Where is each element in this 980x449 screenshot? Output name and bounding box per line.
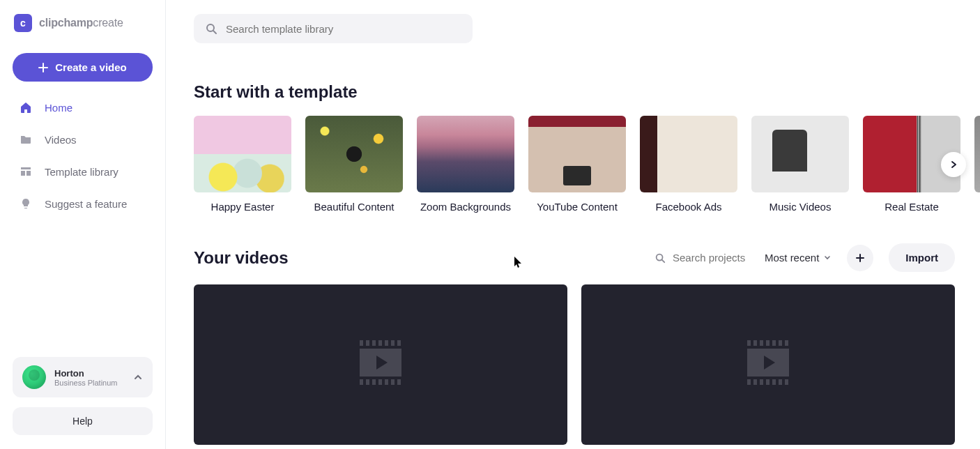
template-card[interactable]: Happy Easter [194,116,291,213]
chevron-up-icon [133,372,143,382]
sidebar-item-videos[interactable]: Videos [0,123,165,155]
chevron-down-icon [823,254,832,262]
help-button[interactable]: Help [13,407,153,435]
search-projects[interactable] [654,252,749,264]
sidebar-item-label: Suggest a feature [45,198,127,210]
sort-dropdown[interactable]: Most recent [765,252,832,264]
sidebar-nav: Home Videos Template library Suggest a f… [0,91,165,220]
sidebar-item-template-library[interactable]: Template library [0,155,165,188]
plus-icon [855,253,865,263]
template-card[interactable]: Facebook Ads [640,116,737,213]
template-label: Real Estate [885,201,939,213]
template-thumbnail [194,116,291,192]
plus-icon [38,63,48,73]
main-content: Start with a template Happy Easter Beaut… [166,0,980,449]
create-video-button[interactable]: Create a video [13,53,153,82]
search-icon [205,22,217,35]
sidebar: c clipchampcreate Create a video Home Vi… [0,0,166,449]
templates-title: Start with a template [194,82,980,102]
search-bar[interactable] [194,14,473,43]
template-label: Happy Easter [211,201,275,213]
template-thumbnail [528,116,626,192]
import-button[interactable]: Import [889,243,955,272]
template-thumbnail [640,116,737,192]
svg-rect-0 [21,167,31,169]
search-projects-input[interactable] [673,252,749,264]
video-placeholder-icon [360,340,401,389]
templates-icon [20,165,32,178]
template-thumbnail [974,116,980,192]
import-label: Import [905,252,938,264]
sort-label: Most recent [765,252,819,264]
search-icon [654,252,666,264]
logo-mark: c [14,14,32,32]
logo-text: clipchampcreate [39,17,123,29]
new-video-button[interactable] [847,245,873,271]
avatar [22,365,46,389]
template-card[interactable] [974,116,980,213]
home-icon [20,101,32,114]
folder-icon [20,133,32,146]
template-card[interactable]: YouTube Content [528,116,626,213]
template-label: Facebook Ads [655,201,721,213]
user-info: Horton Business Platinum [54,368,125,387]
template-label: Beautiful Content [314,201,394,213]
template-label: Zoom Backgrounds [420,201,511,213]
template-thumbnail [751,116,849,192]
sidebar-item-label: Home [45,102,72,114]
template-thumbnail [305,116,403,192]
template-thumbnail [417,116,514,192]
videos-toolbar: Most recent Import [654,243,955,272]
sidebar-item-home[interactable]: Home [0,91,165,123]
user-name: Horton [54,368,125,379]
sidebar-item-suggest-feature[interactable]: Suggest a feature [0,188,165,220]
template-card[interactable]: Beautiful Content [305,116,403,213]
videos-grid [194,284,980,445]
template-label: YouTube Content [537,201,618,213]
video-card[interactable] [581,284,955,445]
video-card[interactable] [194,284,567,445]
svg-rect-2 [26,171,31,176]
svg-rect-1 [21,171,25,176]
templates-next-button[interactable] [941,152,966,177]
lightbulb-icon [20,197,32,210]
sidebar-item-label: Template library [45,166,118,178]
your-videos-title: Your videos [194,248,289,268]
sidebar-item-label: Videos [45,134,77,146]
user-plan: Business Platinum [54,379,125,387]
create-video-label: Create a video [55,61,127,73]
template-card[interactable]: Zoom Backgrounds [417,116,514,213]
user-menu[interactable]: Horton Business Platinum [13,357,153,397]
template-label: Music Videos [770,201,832,213]
template-card[interactable]: Music Videos [751,116,849,213]
video-placeholder-icon [747,340,789,389]
search-input[interactable] [226,23,461,35]
brand-logo[interactable]: c clipchampcreate [0,14,165,46]
help-label: Help [72,416,93,427]
chevron-right-icon [949,160,958,169]
templates-row: Happy Easter Beautiful Content Zoom Back… [194,116,980,213]
